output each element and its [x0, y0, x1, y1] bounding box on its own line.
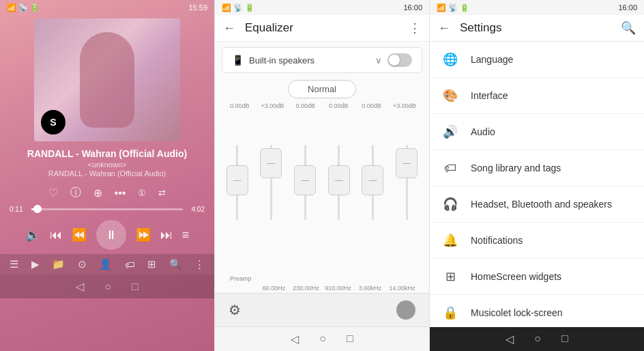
eq-slider-track-1[interactable] — [270, 145, 272, 220]
playlist-icon[interactable]: ☰ — [10, 258, 18, 270]
eq-time: 16:00 — [403, 3, 422, 12]
settings-label-song-library: Song library and tags — [471, 163, 561, 173]
settings-item-interface[interactable]: 🎨 Interface — [430, 78, 644, 114]
widgets-icon[interactable]: ⊞ — [147, 258, 156, 270]
prev-start-button[interactable]: ⏮ — [50, 228, 62, 242]
player-panel: 📶 📡 🔋 15:59 S RANDALL - Wahran (Official… — [0, 0, 214, 351]
overflow-icon[interactable]: ⋮ — [194, 258, 205, 270]
progress-track[interactable] — [31, 208, 183, 210]
settings-item-notifications[interactable]: 🔔 Notifications — [430, 223, 644, 259]
info-button[interactable]: ⓘ — [70, 186, 81, 200]
eq-slider-thumb-0[interactable] — [226, 165, 248, 195]
eq-sliders-icon[interactable]: ⚙ — [229, 302, 241, 318]
settings-search-button[interactable]: 🔍 — [621, 20, 636, 36]
eq-db-labels: 0.00dB +3.00dB 0.00dB 0.00dB 0.00dB +3.0… — [220, 102, 424, 109]
db-label-0: 0.00dB — [226, 102, 253, 109]
eq-slider-track-2[interactable] — [304, 145, 306, 220]
artist-icon[interactable]: 👤 — [99, 258, 112, 270]
track-title: RANDALL - Wahran (Official Audio) — [0, 148, 214, 159]
notifications-icon: 🔔 — [441, 231, 460, 250]
progress-thumb[interactable] — [33, 205, 42, 213]
device-label: Built-in speakers — [249, 55, 375, 66]
settings-status-bar: 📶 📡 🔋 16:00 — [430, 0, 644, 15]
time-current: 0:11 — [10, 206, 27, 213]
settings-label-audio: Audio — [471, 126, 495, 137]
tags-icon[interactable]: 🏷 — [125, 259, 135, 270]
next-button[interactable]: ⏭ — [160, 228, 173, 242]
eq-freq-labels: 60.00Hz 230.00Hz 910.00Hz 3.60kHz 14.00k… — [220, 283, 424, 293]
settings-item-language[interactable]: 🌐 Language — [430, 42, 644, 78]
eq-slider-thumb-2[interactable] — [294, 165, 316, 195]
fastforward-button[interactable]: ⏩ — [136, 227, 151, 242]
eq-button[interactable]: ≡ — [182, 228, 190, 242]
nav-home-icon[interactable]: ○ — [104, 281, 111, 293]
rewind-button[interactable]: ⏪ — [72, 227, 87, 242]
eq-slider-0 — [236, 145, 238, 240]
settings-item-song-library[interactable]: 🏷 Song library and tags — [430, 150, 644, 186]
eq-nav-home-icon[interactable]: ○ — [319, 333, 326, 346]
time-total: 4:02 — [187, 206, 205, 213]
eq-slider-track-3[interactable] — [338, 145, 340, 220]
settings-nav-recents-icon[interactable]: □ — [561, 333, 568, 346]
eq-sliders-area: 0.00dB +3.00dB 0.00dB 0.00dB 0.00dB +3.0… — [215, 102, 429, 293]
interface-icon: 🎨 — [441, 86, 460, 105]
settings-item-headset[interactable]: 🎧 Headset, Bluetooth and speakers — [430, 186, 644, 223]
eq-toggle[interactable] — [387, 53, 412, 67]
volume-button[interactable]: 🔈 — [25, 227, 40, 242]
more-button[interactable]: ••• — [115, 187, 126, 199]
freq-label-3: 910.00Hz — [325, 285, 352, 292]
eq-nav-back-icon[interactable]: ◁ — [291, 333, 299, 346]
settings-back-button[interactable]: ← — [438, 21, 450, 36]
eq-bottom-circle[interactable] — [396, 300, 415, 320]
search-icon[interactable]: 🔍 — [169, 258, 182, 270]
eq-back-button[interactable]: ← — [223, 21, 235, 36]
settings-panel: 📶 📡 🔋 16:00 ← Settings 🔍 🌐 Language 🎨 In… — [429, 0, 644, 351]
eq-slider-thumb-4[interactable] — [362, 165, 383, 195]
eq-slider-1 — [270, 145, 272, 240]
db-label-1: +3.00dB — [259, 102, 286, 109]
settings-item-audio[interactable]: 🔊 Audio — [430, 114, 644, 150]
settings-label-notifications: Notifications — [471, 235, 523, 246]
settings-item-homescreen[interactable]: ⊞ HomeScreen widgets — [430, 259, 644, 295]
settings-nav-back-icon[interactable]: ◁ — [506, 333, 514, 346]
player-nav-bar: ◁ ○ □ — [0, 275, 214, 298]
shuffle-button[interactable]: ⇄ — [158, 188, 166, 198]
nav-recents-icon[interactable]: □ — [132, 281, 138, 293]
preset-button[interactable]: Normal — [288, 80, 356, 98]
love-button[interactable]: ♡ — [48, 186, 58, 199]
eq-slider-track-5[interactable] — [406, 145, 408, 220]
settings-status-icons: 📶 📡 🔋 — [437, 3, 469, 12]
player-bottom-bar: ☰ ▶ 📁 ⊙ 👤 🏷 ⊞ 🔍 ⋮ — [0, 254, 214, 275]
settings-label-language: Language — [471, 54, 513, 65]
label-logo: S — [41, 110, 65, 135]
eq-slider-track-4[interactable] — [372, 145, 374, 220]
freq-label-1: 60.00Hz — [261, 285, 288, 292]
album-silhouette — [80, 32, 134, 128]
playback-row: 🔈 ⏮ ⏪ ⏸ ⏩ ⏭ ≡ — [0, 216, 214, 254]
eq-slider-thumb-5[interactable] — [396, 148, 418, 178]
eq-nav-recents-icon[interactable]: □ — [347, 333, 353, 346]
freq-label-5: 14.00kHz — [389, 285, 416, 292]
settings-nav-home-icon[interactable]: ○ — [534, 333, 541, 346]
homescreen-icon: ⊞ — [441, 267, 460, 286]
folder-icon[interactable]: 📁 — [52, 258, 65, 270]
eq-slider-4 — [372, 145, 374, 240]
player-tab-icon[interactable]: ▶ — [31, 258, 40, 270]
play-pause-button[interactable]: ⏸ — [96, 220, 126, 250]
preamp-label: Preamp — [220, 274, 424, 283]
eq-slider-track-0[interactable] — [236, 145, 238, 220]
eq-status-bar: 📶 📡 🔋 16:00 — [215, 0, 429, 15]
freq-label-4: 3.60kHz — [357, 285, 384, 292]
track-album: <unknown> — [0, 160, 214, 169]
eq-slider-3 — [338, 145, 340, 240]
eq-slider-thumb-1[interactable] — [260, 148, 282, 178]
eq-slider-thumb-3[interactable] — [328, 165, 350, 195]
add-queue-button[interactable]: ⊕ — [93, 186, 102, 199]
vinyl-icon[interactable]: ⊙ — [78, 258, 87, 270]
settings-item-lockscreen[interactable]: 🔒 Musicolet lock-screen — [430, 295, 644, 327]
eq-title: Equalizer — [245, 21, 409, 35]
repeat-one-button[interactable]: ① — [138, 188, 146, 198]
eq-more-button[interactable]: ⋮ — [409, 20, 421, 36]
eq-device-row[interactable]: 📱 Built-in speakers ∨ — [222, 47, 422, 73]
nav-back-icon[interactable]: ◁ — [76, 280, 84, 293]
